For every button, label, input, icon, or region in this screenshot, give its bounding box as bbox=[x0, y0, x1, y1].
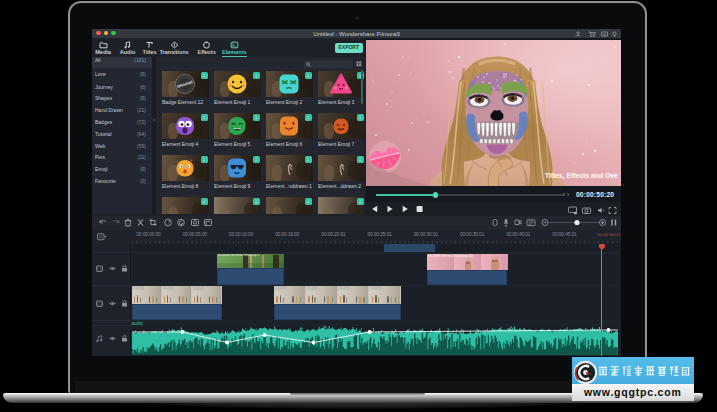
svg-text:Titles, Effects and Ove: Titles, Effects and Ove bbox=[545, 171, 618, 179]
